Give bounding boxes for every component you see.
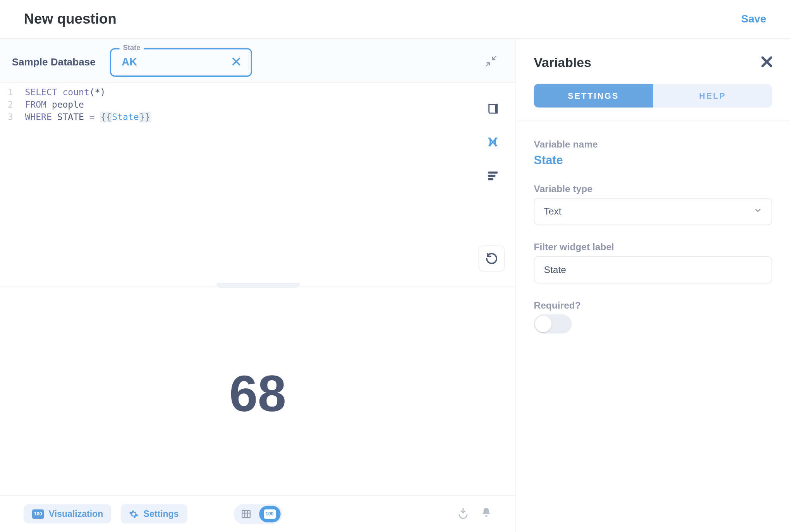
footer-actions: [457, 507, 491, 521]
visualization-label: Visualization: [49, 509, 103, 519]
number-icon: 100: [32, 509, 44, 519]
panel-title: Variables: [534, 55, 591, 71]
scalar-view-button[interactable]: 100: [259, 506, 280, 522]
app-frame: New question Save Sample Database State …: [0, 0, 790, 532]
result-scalar: 68: [0, 292, 515, 495]
left-pane: Sample Database State AK: [0, 39, 516, 532]
line-num: 3: [0, 111, 13, 124]
required-toggle[interactable]: [534, 314, 572, 333]
download-icon[interactable]: [457, 507, 469, 521]
header-bar: New question Save: [0, 0, 790, 38]
sql-editor[interactable]: 1 2 3 SELECT count(*) FROM people WHERE …: [0, 82, 515, 286]
variable-icon[interactable]: [486, 135, 500, 149]
line-num: 2: [0, 99, 13, 111]
page-title: New question: [24, 11, 116, 27]
svg-rect-1: [488, 172, 498, 174]
variable-type-select[interactable]: Text: [534, 198, 772, 225]
database-selector[interactable]: Sample Database: [12, 56, 96, 68]
editor-side-toolbar: [486, 101, 500, 182]
toggle-knob: [535, 316, 552, 332]
chevron-down-icon: [754, 206, 762, 217]
close-icon[interactable]: [761, 57, 772, 70]
tab-help[interactable]: HELP: [653, 84, 772, 107]
native-query-bar: Sample Database State AK: [0, 39, 515, 83]
tab-settings[interactable]: SETTINGS: [534, 84, 653, 107]
settings-button[interactable]: Settings: [121, 504, 187, 524]
table-view-button[interactable]: [235, 506, 256, 522]
line-num: 1: [0, 86, 13, 99]
filter-chip-value: AK: [122, 56, 137, 68]
settings-label: Settings: [144, 509, 179, 519]
field-label: Variable type: [534, 184, 772, 194]
main-split: Sample Database State AK: [0, 38, 790, 532]
svg-rect-4: [242, 510, 250, 517]
visualization-button[interactable]: 100 Visualization: [24, 504, 111, 524]
variables-panel: Variables SETTINGS HELP Variable name St…: [516, 39, 790, 532]
field-filter-widget-label: Filter widget label: [534, 242, 772, 283]
svg-rect-2: [488, 175, 496, 177]
panel-tabs: SETTINGS HELP: [534, 84, 772, 107]
filter-chip-state[interactable]: State AK: [110, 48, 252, 77]
number-icon: 100: [264, 509, 276, 519]
panel-body: Variable name State Variable type Text F…: [516, 121, 790, 352]
close-icon[interactable]: [232, 56, 240, 68]
gear-icon: [129, 509, 139, 519]
save-button[interactable]: Save: [741, 13, 766, 25]
variable-name-value: State: [534, 153, 772, 167]
field-label: Variable name: [534, 139, 772, 150]
drag-handle[interactable]: [216, 283, 299, 288]
field-label: Filter widget label: [534, 242, 772, 253]
data-reference-icon[interactable]: [486, 101, 500, 116]
filter-widget-label-input[interactable]: [534, 256, 772, 284]
bell-icon[interactable]: [481, 507, 492, 521]
field-variable-name: Variable name State: [534, 139, 772, 167]
filter-chip-legend: State: [119, 43, 144, 51]
svg-rect-0: [496, 104, 498, 113]
field-variable-type: Variable type Text: [534, 184, 772, 225]
run-query-button[interactable]: [479, 245, 505, 272]
result-footer: 100 Visualization Settings 100: [0, 495, 515, 532]
contract-icon[interactable]: [484, 55, 498, 70]
editor-gutter: 1 2 3: [0, 82, 17, 286]
field-required: Required?: [534, 300, 772, 333]
display-mode-toggle: 100: [233, 504, 282, 524]
select-value: Text: [544, 206, 562, 217]
editor-result-divider[interactable]: [0, 286, 515, 292]
svg-rect-3: [488, 178, 493, 180]
panel-header: Variables: [516, 39, 790, 76]
editor-code[interactable]: SELECT count(*) FROM people WHERE STATE …: [17, 82, 515, 286]
field-label: Required?: [534, 300, 772, 311]
snippets-icon[interactable]: [486, 168, 500, 182]
